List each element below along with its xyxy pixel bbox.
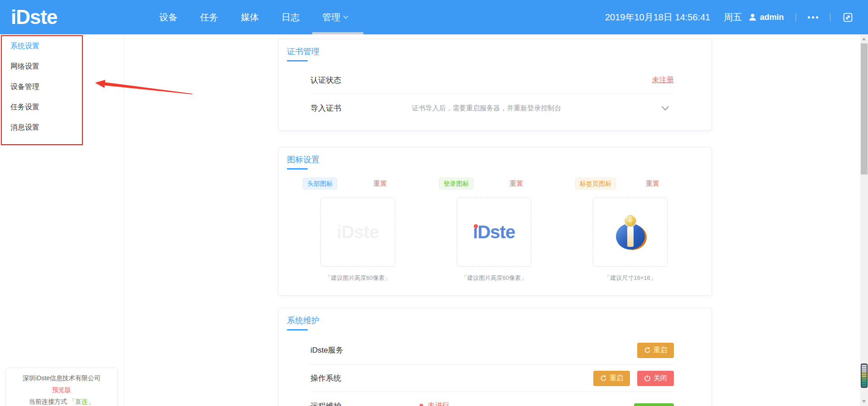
row-label: 认证状态 [310,75,412,85]
user-menu[interactable]: admin [748,13,784,22]
main-nav: 设备 任务 媒体 日志 管理 [159,0,348,34]
scroll-down-arrow[interactable] [862,400,866,403]
scroll-up-arrow[interactable] [862,38,866,40]
nav-item-admin[interactable]: 管理 [322,11,348,24]
row-auth-status: 认证状态 未注册 [310,67,674,94]
favicon-preview [612,213,649,251]
row-label: 导入证书 [310,103,412,113]
status-dot [420,404,423,406]
datetime-label: 2019年10月18日 14:56:41 [605,11,710,24]
section-title-maintenance: 系统维护 [287,315,320,326]
connection-mode: 当前连接方式 「直连」 [6,398,117,406]
nav-active-indicator [312,32,363,34]
login-logo-preview: iDste [473,222,515,242]
chevron-down-icon [343,15,348,19]
separator [830,13,830,21]
restart-os-button[interactable]: 重启 [593,371,630,386]
login-icon-upload-box[interactable]: iDste [457,198,531,267]
section-title-icons: 图标设置 [287,154,320,165]
row-remote-maintenance: 远程维护 未进行 [310,392,674,406]
remote-maintenance-button[interactable] [634,403,674,406]
reset-header-icon-button[interactable]: 重置 [373,179,387,188]
nav-item-tasks[interactable]: 任务 [200,11,218,24]
icon-group-header-logo: 头部图标 重置 iDste 「建议图片高度60像素」 [303,178,439,282]
top-nav-bar: iDste 设备 任务 媒体 日志 管理 2019年10月18日 14:56:4… [0,0,868,34]
tag-favicon: 标签页图标 [575,178,616,189]
reset-login-icon-button[interactable]: 重置 [510,179,523,188]
chevron-down-icon [661,106,669,111]
user-icon [748,13,757,22]
app-root: iDste 设备 任务 媒体 日志 管理 2019年10月18日 14:56:4… [0,0,868,406]
sidebar-divider [124,34,124,406]
system-maintenance-section: 系统维护 iDste服务 重启 操作系统 重启 [278,308,712,406]
tag-header-icon: 头部图标 [303,178,337,189]
row-label: iDste服务 [310,345,412,355]
volume-meter-widget [861,364,868,388]
tag-login-icon: 登录图标 [439,178,473,189]
certificate-section: 证书管理 认证状态 未注册 导入证书 证书导入后，需要重启服务器，并重新登录控制… [278,39,712,131]
sidebar-item-message-settings[interactable]: 消息设置 [0,117,124,137]
sidebar-item-device-management[interactable]: 设备管理 [0,76,124,97]
row-operating-system: 操作系统 重启 关闭 [310,365,674,392]
upload-caption: 「建议尺寸16×16」 [593,274,668,282]
title-underline [287,60,308,61]
row-label: 操作系统 [310,373,412,383]
connection-value: 「直连」 [69,398,94,405]
power-icon [644,375,651,382]
row-import-certificate: 导入证书 证书导入后，需要重启服务器，并重新登录控制台 [310,94,674,122]
refresh-icon [644,347,651,354]
company-info-box: 深圳iDste信息技术有限公司 预览版 当前连接方式 「直连」 [5,368,118,406]
title-underline [287,168,308,170]
restart-service-button[interactable]: 重启 [637,343,674,358]
company-name: 深圳iDste信息技术有限公司 [6,374,117,382]
remote-maintenance-status: 未进行 [420,401,449,406]
title-underline [287,329,308,330]
separator [796,13,796,21]
icon-group-login-logo: 登录图标 重置 iDste 「建议图片高度60像素」 [439,178,575,282]
nav-item-media[interactable]: 媒体 [241,11,259,24]
favicon-upload-box[interactable] [593,198,668,267]
sidebar-item-network-settings[interactable]: 网络设置 [0,56,124,76]
header-right: 2019年10月18日 14:56:41 周五 admin [605,0,854,34]
row-idste-service: iDste服务 重启 [310,336,674,365]
upload-caption: 「建议图片高度60像素」 [457,274,531,282]
shutdown-os-button[interactable]: 关闭 [637,371,674,386]
scrollbar-thumb[interactable] [861,43,868,175]
sidebar-item-task-settings[interactable]: 任务设置 [0,97,124,117]
sidebar-item-system-settings[interactable]: 系统设置 [0,36,124,56]
row-label: 远程维护 [310,401,412,406]
upload-caption: 「建议图片高度60像素」 [320,274,395,282]
app-logo[interactable]: iDste [11,6,57,28]
import-cert-hint: 证书导入后，需要重启服务器，并重新登录控制台 [412,104,561,113]
nav-item-logs[interactable]: 日志 [281,11,300,24]
fullscreen-button[interactable] [842,12,854,23]
reset-favicon-button[interactable]: 重置 [646,179,659,188]
more-menu-icon[interactable] [808,16,818,19]
refresh-icon [600,375,607,382]
fullscreen-icon [842,12,854,23]
header-icon-upload-box[interactable]: iDste [320,198,395,267]
nav-item-devices[interactable]: 设备 [159,11,177,24]
sidebar: 系统设置 网络设置 设备管理 任务设置 消息设置 [0,36,124,137]
icon-group-favicon: 标签页图标 重置 [575,178,711,282]
username: admin [760,13,784,22]
vertical-scrollbar[interactable] [860,34,868,406]
section-title-certificate: 证书管理 [287,46,320,57]
icon-settings-section: 图标设置 头部图标 重置 iDste 「建议图片高度60像素」 登录图标 重置 [278,147,712,296]
header-logo-preview: iDste [337,222,379,242]
weekday-label: 周五 [724,11,742,24]
expand-import-cert[interactable] [661,106,669,111]
version-label[interactable]: 预览版 [6,386,117,394]
auth-status-value[interactable]: 未注册 [652,76,674,85]
